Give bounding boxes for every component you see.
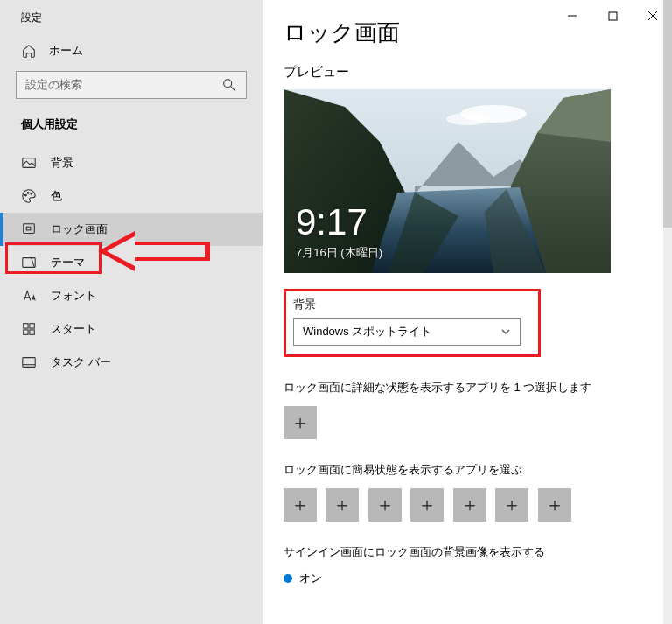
sidebar-item-background[interactable]: 背景 (0, 146, 262, 179)
search-input[interactable]: 設定の検索 (16, 71, 247, 99)
preview-date: 7月16日 (木曜日) (296, 245, 382, 261)
annotation-arrow (98, 226, 212, 277)
svg-rect-12 (23, 358, 35, 368)
image-icon (21, 155, 37, 171)
nav-label: タスク バー (51, 354, 111, 370)
add-quick-app-button[interactable]: ＋ (495, 488, 528, 522)
svg-point-4 (31, 193, 32, 194)
start-icon (21, 321, 37, 337)
titlebar-controls (562, 5, 663, 26)
add-quick-app-button[interactable]: ＋ (453, 488, 486, 522)
add-quick-app-button[interactable]: ＋ (368, 488, 402, 522)
search-icon (221, 77, 237, 93)
lockscreen-preview: 9:17 7月16日 (木曜日) (284, 89, 611, 273)
add-quick-app-button[interactable]: ＋ (410, 488, 444, 522)
svg-rect-5 (24, 224, 35, 234)
lockscreen-icon (21, 221, 37, 237)
chevron-down-icon (500, 326, 511, 337)
close-button[interactable] (642, 5, 663, 26)
main-content: ロック画面 プレビュー (262, 0, 672, 624)
home-icon (21, 43, 37, 59)
section-header: 個人用設定 (0, 111, 262, 146)
annotation-highlight-dropdown: 背景 Windows スポットライト (284, 289, 541, 357)
preview-time: 9:17 (296, 201, 368, 243)
svg-rect-11 (30, 330, 34, 334)
quick-apps-label: ロック画面に簡易状態を表示するアプリを選ぶ (284, 462, 651, 478)
signin-toggle[interactable]: オン (284, 571, 651, 586)
background-label: 背景 (293, 297, 531, 312)
toggle-state: オン (299, 571, 322, 586)
add-quick-app-button[interactable]: ＋ (538, 488, 571, 522)
svg-rect-15 (609, 12, 617, 20)
svg-rect-9 (30, 324, 34, 328)
nav-label: スタート (51, 321, 96, 337)
quick-apps-row: ＋ ＋ ＋ ＋ ＋ ＋ ＋ (284, 488, 651, 522)
search-placeholder: 設定の検索 (25, 77, 221, 93)
svg-point-2 (25, 194, 27, 196)
add-detailed-app-button[interactable]: ＋ (284, 406, 317, 439)
nav-label: 色 (51, 188, 62, 204)
minimize-button[interactable] (562, 5, 583, 26)
scroll-thumb[interactable] (663, 0, 672, 228)
svg-rect-8 (24, 324, 28, 328)
svg-rect-6 (26, 227, 31, 230)
svg-point-18 (446, 113, 488, 125)
sidebar-item-fonts[interactable]: フォント (0, 279, 262, 312)
home-link[interactable]: ホーム (0, 34, 262, 71)
palette-icon (21, 188, 37, 204)
taskbar-icon (21, 354, 37, 370)
home-label: ホーム (49, 43, 83, 59)
sidebar: 設定 ホーム 設定の検索 個人用設定 背景 色 ロック画面 (0, 0, 262, 624)
font-icon (21, 288, 37, 304)
nav-label: フォント (51, 288, 96, 304)
detailed-apps-row: ＋ (284, 406, 651, 439)
maximize-button[interactable] (602, 5, 623, 26)
sidebar-item-taskbar[interactable]: タスク バー (0, 346, 262, 379)
nav-label: 背景 (51, 155, 74, 171)
sidebar-item-start[interactable]: スタート (0, 312, 262, 346)
dropdown-value: Windows スポットライト (303, 324, 431, 340)
svg-rect-10 (24, 330, 28, 334)
add-quick-app-button[interactable]: ＋ (284, 488, 317, 522)
background-dropdown[interactable]: Windows スポットライト (293, 318, 521, 346)
nav-label: テーマ (51, 255, 85, 270)
toggle-indicator-icon (284, 574, 292, 583)
signin-bg-label: サインイン画面にロック画面の背景画像を表示する (284, 544, 651, 560)
detailed-apps-label: ロック画面に詳細な状態を表示するアプリを 1 つ選択します (284, 380, 651, 396)
sidebar-item-colors[interactable]: 色 (0, 179, 262, 213)
app-title: 設定 (0, 11, 262, 34)
add-quick-app-button[interactable]: ＋ (326, 488, 359, 522)
preview-label: プレビュー (284, 64, 651, 81)
scrollbar[interactable] (663, 0, 672, 624)
theme-icon (21, 255, 37, 270)
svg-point-3 (27, 193, 29, 194)
svg-point-0 (224, 80, 232, 88)
